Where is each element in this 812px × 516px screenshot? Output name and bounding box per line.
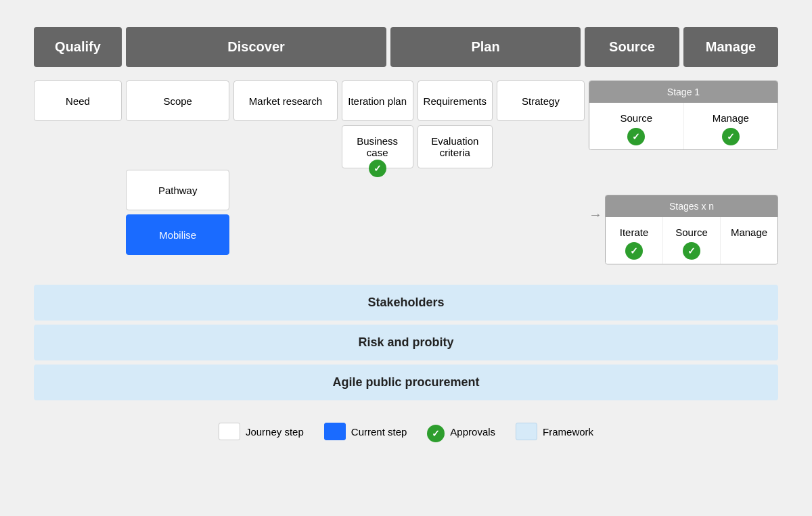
right-section: Stage 1 Source ✓ Manage ✓ → xyxy=(589,80,778,264)
step-iteration-plan[interactable]: Iteration plan xyxy=(342,80,413,121)
framework-risk: Risk and probity xyxy=(34,325,778,360)
strategy-column: Strategy xyxy=(497,80,585,121)
step-need[interactable]: Need xyxy=(34,80,122,121)
header-row: Qualify Discover Plan Source Manage xyxy=(34,27,778,67)
stages-xn-row: → Stages x n Iterate ✓ Source ✓ xyxy=(589,195,778,264)
step-market-research[interactable]: Market research xyxy=(233,80,337,121)
manage-label: Manage xyxy=(706,39,756,54)
legend-approvals-icon: ✓ xyxy=(427,425,445,442)
step-mobilise[interactable]: Mobilise xyxy=(126,214,229,255)
stage1-manage-label: Manage xyxy=(713,112,749,124)
stage1-container: Stage 1 Source ✓ Manage ✓ xyxy=(589,80,778,150)
header-manage: Manage xyxy=(683,27,778,67)
plan-label: Plan xyxy=(471,39,499,54)
source-label: Source xyxy=(609,39,655,54)
legend-approvals: ✓ Approvals xyxy=(427,421,495,442)
step-requirements[interactable]: Requirements xyxy=(418,80,493,121)
stages-xn-iterate-approval: ✓ xyxy=(625,242,643,260)
stage1-header: Stage 1 xyxy=(589,81,777,103)
approval-business-case: ✓ xyxy=(369,160,386,177)
stage1-source-cell: Source ✓ xyxy=(589,103,684,149)
stages-xn-source-label: Source xyxy=(675,227,708,238)
framework-rows: Stakeholders Risk and probity Agile publ… xyxy=(34,285,778,400)
stages-xn-source-approval: ✓ xyxy=(683,242,700,260)
framework-agile: Agile public procurement xyxy=(34,365,778,400)
legend-current-step-box xyxy=(324,423,346,440)
stages-xn-content: Iterate ✓ Source ✓ Manage xyxy=(606,217,777,264)
stages-xn-container: Stages x n Iterate ✓ Source ✓ Manage xyxy=(605,195,778,264)
qualify-column: Need xyxy=(34,80,122,121)
legend-current-step: Current step xyxy=(324,423,407,440)
plan-column: Iteration plan Business case ✓ Requireme… xyxy=(342,80,493,168)
legend-framework: Framework xyxy=(516,423,593,440)
legend-journey-step-box xyxy=(219,423,240,440)
stages-xn-manage-label: Manage xyxy=(731,227,767,238)
legend-framework-box xyxy=(516,423,537,440)
stages-xn-header: Stages x n xyxy=(606,195,777,217)
step-scope[interactable]: Scope xyxy=(126,80,229,121)
stages-xn-manage-cell: Manage xyxy=(721,217,777,264)
header-discover: Discover xyxy=(126,27,386,67)
step-pathway[interactable]: Pathway xyxy=(126,170,229,210)
step-evaluation-criteria[interactable]: Evaluation criteria xyxy=(418,125,493,168)
stages-xn-source-cell: Source ✓ xyxy=(663,217,721,264)
discover-label: Discover xyxy=(227,39,285,54)
arrow-icon: → xyxy=(589,207,602,222)
step-strategy[interactable]: Strategy xyxy=(497,80,585,121)
stage1-manage-cell: Manage ✓ xyxy=(684,103,778,149)
discover-column: Scope Pathway Mobilise Market research xyxy=(126,80,338,255)
framework-stakeholders: Stakeholders xyxy=(34,285,778,321)
header-qualify: Qualify xyxy=(34,27,122,67)
stage1-manage-approval: ✓ xyxy=(722,128,740,145)
legend: Journey step Current step ✓ Approvals Fr… xyxy=(34,421,778,442)
stage1-source-approval: ✓ xyxy=(627,128,645,145)
header-plan: Plan xyxy=(390,27,581,67)
qualify-label: Qualify xyxy=(55,39,101,54)
step-business-case[interactable]: Business case ✓ xyxy=(342,125,413,168)
stage1-content: Source ✓ Manage ✓ xyxy=(589,103,777,149)
legend-journey-step: Journey step xyxy=(219,423,304,440)
stages-xn-iterate-label: Iterate xyxy=(620,227,649,238)
stage1-source-label: Source xyxy=(620,112,652,124)
header-source: Source xyxy=(585,27,679,67)
stages-xn-iterate-cell: Iterate ✓ xyxy=(606,217,663,264)
